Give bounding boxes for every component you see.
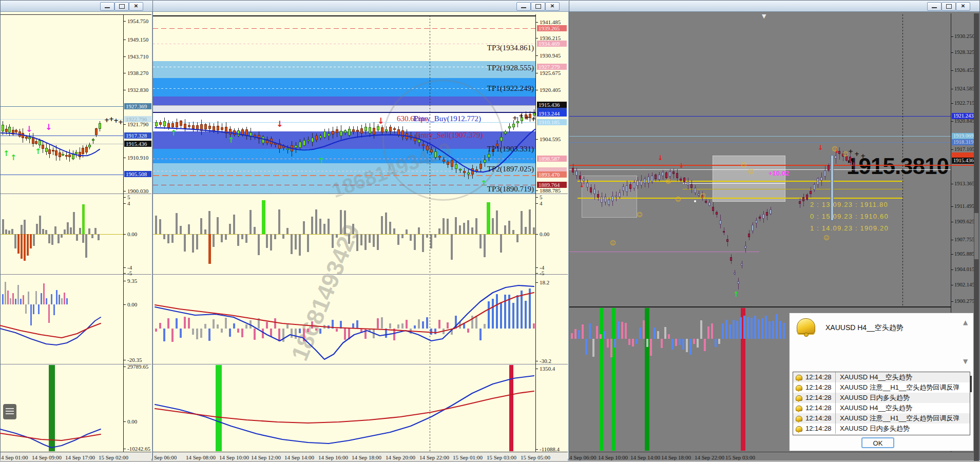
- decor: [492, 218, 494, 234]
- tick-marker: +: [854, 151, 859, 157]
- price-label: 0.00: [540, 231, 549, 237]
- decor: [629, 184, 631, 189]
- price-label: 18.2: [540, 279, 549, 285]
- pivot-annotation: 1 : 14.09.23 : 1909.20: [810, 225, 889, 232]
- alert-list[interactable]: 12:14:28XAUUSD H4__空头趋势 12:14:28XAUUSD 注…: [793, 372, 970, 435]
- maximize-button[interactable]: [531, 2, 545, 11]
- price-label: 1902.145: [954, 282, 974, 288]
- alert-row[interactable]: 12:14:28XAUUSD H4__空头趋势: [793, 403, 970, 413]
- ok-button[interactable]: OK: [861, 437, 894, 448]
- up-arrow-icon: ↑: [733, 291, 739, 298]
- alert-row[interactable]: 12:14:28XAUUSD 日内多头趋势: [793, 424, 970, 434]
- decor: [336, 329, 338, 332]
- decor: [512, 303, 514, 329]
- decor: [683, 183, 785, 184]
- decor: [951, 240, 953, 240]
- decor: [569, 252, 759, 252]
- decor: [744, 246, 746, 248]
- decor: [697, 339, 699, 348]
- decor: [21, 234, 23, 259]
- price-label: 1954.750: [127, 18, 148, 24]
- decor: [124, 421, 126, 422]
- alert-title: XAUUSD H4__空头趋势: [825, 323, 904, 332]
- decor: [61, 234, 63, 238]
- decor: [124, 203, 126, 204]
- smiley-marker-icon: ☺: [748, 169, 754, 175]
- decor: [578, 198, 902, 199]
- decor: [603, 331, 605, 339]
- decor: [33, 304, 34, 314]
- decor: [48, 304, 50, 323]
- tick-marker: +: [518, 113, 524, 119]
- decor: [291, 145, 293, 151]
- alert-row[interactable]: 12:14:28XAUUSD 注意__H1__空头趋势回调反弹: [793, 382, 970, 393]
- close-button[interactable]: ✕: [129, 2, 143, 11]
- price-label: 1905.508: [124, 171, 151, 177]
- decor: [426, 146, 429, 150]
- decor: [455, 164, 457, 169]
- decor: [500, 302, 502, 329]
- decor: [51, 294, 52, 304]
- decor: [204, 124, 207, 130]
- decor: [124, 40, 126, 40]
- decor: [484, 324, 486, 329]
- decor: [245, 234, 247, 243]
- decor: [381, 127, 383, 132]
- maximize-button[interactable]: [114, 2, 129, 11]
- decor: [741, 263, 743, 265]
- decor: [740, 317, 742, 339]
- decor: [282, 234, 284, 239]
- decor: [153, 159, 535, 159]
- tick-marker: +: [512, 115, 517, 121]
- minimize-button[interactable]: [516, 2, 531, 11]
- decor: [406, 133, 408, 139]
- decor: [52, 150, 54, 151]
- decor: [621, 322, 623, 339]
- maximize-button[interactable]: [941, 2, 956, 11]
- decor: [672, 171, 675, 174]
- middle-window-titlebar[interactable]: ✕: [153, 1, 569, 12]
- down-arrow-icon: ↓: [658, 155, 663, 161]
- left-window-titlebar[interactable]: ✕: [1, 1, 152, 12]
- price-label: 1925.675: [540, 70, 561, 76]
- decor: [393, 228, 395, 234]
- decor: [237, 130, 240, 137]
- decor: [743, 316, 745, 339]
- decor: [85, 147, 88, 153]
- decor: [525, 227, 527, 234]
- decor: [171, 123, 174, 127]
- decor: [733, 320, 735, 339]
- decor: [536, 267, 538, 268]
- right-window-titlebar[interactable]: ✕: [569, 1, 979, 12]
- decor: [373, 128, 375, 134]
- decor: [951, 222, 953, 222]
- decor: [393, 329, 395, 340]
- alert-row[interactable]: 12:14:28XAUUSD 注意__H1__空头趋势回调反弹: [793, 413, 970, 424]
- minimize-button[interactable]: [927, 2, 941, 11]
- decor: [311, 217, 313, 234]
- chart-menu-button[interactable]: [3, 404, 16, 419]
- list-scrollbar[interactable]: [970, 376, 972, 392]
- decor: [319, 329, 321, 334]
- decor: [467, 329, 469, 333]
- decor: [39, 216, 41, 234]
- price-label: 1893.470: [537, 171, 567, 178]
- decor: [59, 152, 61, 157]
- alert-row[interactable]: 12:14:28XAUUSD 日内多头趋势: [793, 393, 970, 403]
- tp-level-label: TP2(1897.025): [487, 165, 534, 173]
- scroll-up-icon[interactable]: ▲: [963, 319, 968, 325]
- decor: [467, 220, 469, 234]
- scroll-down-icon[interactable]: ▼: [963, 358, 968, 364]
- decor: [496, 210, 498, 234]
- price-label: 1921.790: [127, 121, 148, 127]
- minimize-button[interactable]: [100, 2, 114, 11]
- close-button[interactable]: ✕: [545, 2, 560, 11]
- decor: [662, 172, 664, 177]
- decor: [516, 295, 518, 329]
- alert-row[interactable]: 12:14:28XAUUSD H4__空头趋势: [793, 372, 970, 382]
- decor: [92, 139, 94, 141]
- decor: [254, 329, 256, 340]
- close-button[interactable]: ✕: [956, 2, 970, 11]
- decor: [332, 234, 334, 248]
- decor: [447, 162, 449, 165]
